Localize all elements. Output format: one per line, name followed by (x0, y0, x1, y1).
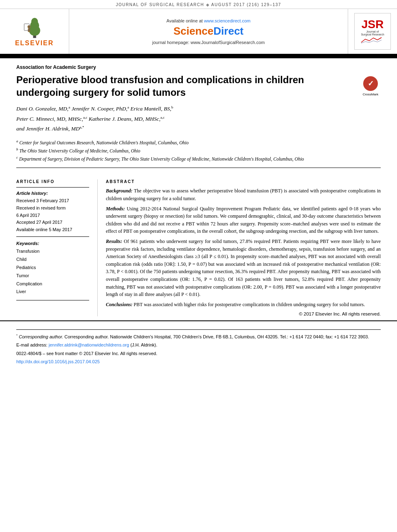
date-accepted: Accepted 27 April 2017 (16, 219, 89, 226)
background-paragraph: Background: The objective was to assess … (106, 187, 381, 202)
elsevier-wordmark: ELSEVIER (15, 40, 54, 47)
keyword-transfusion: Transfusion (16, 247, 89, 256)
background-text: The objective was to assess whether peri… (106, 188, 381, 201)
info-divider (16, 187, 89, 188)
bottom-divider (16, 300, 89, 300)
svg-point-4 (27, 25, 30, 28)
corresponding-address: Corresponding author. Nationwide Childre… (64, 334, 369, 339)
association-label: Association for Academic Surgery (16, 64, 381, 70)
corresponding-star: * (16, 333, 18, 337)
abstract-column: ABSTRACT Background: The objective was t… (98, 179, 381, 316)
journal-date: AUGUST 2017 (216) 129–137 (211, 2, 281, 7)
crossmark-icon: ✓ (362, 75, 379, 92)
journal-info-center: Available online at www.sciencedirect.co… (69, 9, 348, 54)
email-label: E-mail address: (16, 342, 47, 347)
results-label: Results: (106, 238, 122, 244)
jsr-abbreviation: JSR (362, 19, 384, 30)
license-line: 0022-4804/$ – see front matter © 2017 El… (16, 350, 381, 357)
keyword-tumor: Tumor (16, 272, 89, 280)
history-label: Article history: (16, 191, 89, 196)
elsevier-logo-section: ELSEVIER (0, 9, 69, 54)
article-title: Perioperative blood transfusion and comp… (16, 73, 360, 99)
keyword-pediatrics: Pediatrics (16, 264, 89, 272)
author-3: Erica Mantell, BS,b (130, 106, 173, 112)
author-4: Peter C. Minneci, MD, MHSc,a,c (16, 116, 87, 122)
date-revised-label: Received in revised form (16, 205, 89, 212)
affiliation-c: c Department of Surgery, Division of Ped… (16, 155, 381, 163)
svg-point-3 (31, 18, 38, 26)
footer-section: * Corresponding author. Corresponding au… (0, 320, 397, 372)
page-header: ELSEVIER Available online at www.science… (0, 9, 397, 55)
conclusions-text: PBT was associated with higher risks for… (134, 302, 365, 307)
methods-paragraph: Methods: Using 2012-2014 National Surgic… (106, 205, 381, 235)
sciencedirect-logo: ScienceDirect (173, 25, 243, 38)
article-info-column: ARTICLE INFO Article history: Received 3… (16, 179, 98, 316)
methods-text: Using 2012-2014 National Surgical Qualit… (106, 206, 381, 234)
title-row: Perioperative blood transfusion and comp… (16, 73, 381, 99)
keyword-child: Child (16, 256, 89, 264)
email-link[interactable]: jennifer.aldrink@nationwidechildrens.org (48, 342, 129, 347)
keyword-liver: Liver (16, 288, 89, 296)
jsr-full-name: Journal ofSurgical Research (361, 30, 384, 36)
diamond-icon: ◆ (206, 2, 211, 7)
conclusions-label: Conclusions: (106, 302, 132, 307)
jsr-logo-section: JSR Journal ofSurgical Research (348, 9, 397, 54)
abstract-text: Background: The objective was to assess … (106, 187, 381, 308)
elsevier-tree-icon (18, 16, 51, 39)
keywords-divider (16, 236, 89, 237)
email-line: E-mail address: jennifer.aldrink@nationw… (16, 342, 381, 349)
affiliation-a: a Center for Surgical Outcomes Research,… (16, 138, 381, 146)
journal-name: JOURNAL OF SURGICAL RESEARCH (116, 2, 204, 7)
copyright-line: © 2017 Elsevier Inc. All rights reserved… (106, 311, 381, 316)
doi-line: http://dx.doi.org/10.1016/j.jss.2017.04.… (16, 358, 381, 365)
jsr-chart-icon (360, 36, 385, 44)
date-online: Available online 5 May 2017 (16, 226, 89, 234)
methods-label: Methods: (106, 206, 125, 212)
abstract-heading: ABSTRACT (106, 179, 381, 184)
sciencedirect-url[interactable]: www.sciencedirect.com (204, 18, 250, 23)
results-text: Of 961 patients who underwent surgery fo… (106, 238, 381, 297)
author-6: and Jennifer H. Aldrink, MDa,* (16, 126, 84, 132)
authors-section: Dani O. Gonzalez, MD,a Jennifer N. Coope… (16, 104, 381, 134)
author-5: Katherine J. Deans, MD, MHSc,a,c (89, 116, 165, 122)
conclusions-paragraph: Conclusions: PBT was associated with hig… (106, 301, 381, 309)
jsr-logo: JSR Journal ofSurgical Research (354, 13, 391, 50)
email-person: (J.H. Aldrink). (130, 342, 157, 347)
journal-url[interactable]: www.JournalofSurgicalResearch.com (191, 40, 265, 45)
doi-link[interactable]: http://dx.doi.org/10.1016/j.jss.2017.04.… (16, 359, 100, 364)
article-title-section: Association for Academic Surgery Periope… (0, 58, 397, 175)
journal-bar: JOURNAL OF SURGICAL RESEARCH ◆ AUGUST 20… (0, 0, 397, 9)
available-online-text: Available online at www.sciencedirect.co… (167, 18, 250, 23)
keywords-label: Keywords: (16, 241, 89, 246)
corresponding-label: Corresponding author. (19, 334, 63, 339)
author-2: Jennifer N. Cooper, PhD,a (72, 106, 129, 112)
crossmark-section: ✓ CrossMark (360, 75, 381, 96)
journal-homepage: journal homepage: www.JournalofSurgicalR… (152, 40, 265, 45)
author-1: Dani O. Gonzalez, MD,a (16, 106, 70, 112)
background-label: Background: (106, 188, 132, 194)
history-dates: Received 3 February 2017 Received in rev… (16, 197, 89, 233)
date-received: Received 3 February 2017 (16, 197, 89, 205)
keyword-complication: Complication (16, 280, 89, 288)
article-info-heading: ARTICLE INFO (16, 179, 89, 184)
black-divider-bar (0, 55, 397, 58)
article-body: ARTICLE INFO Article history: Received 3… (0, 175, 397, 320)
crossmark-label: CrossMark (363, 93, 379, 96)
section-divider (16, 168, 381, 168)
results-paragraph: Results: Of 961 patients who underwent s… (106, 238, 381, 298)
keywords-list: Transfusion Child Pediatrics Tumor Compl… (16, 247, 89, 296)
svg-rect-5 (28, 28, 30, 32)
corresponding-author: * Corresponding author. Corresponding au… (16, 333, 381, 340)
elsevier-logo: ELSEVIER (10, 15, 59, 48)
date-revised: 6 April 2017 (16, 212, 89, 219)
affiliations-section: a Center for Surgical Outcomes Research,… (16, 138, 381, 163)
affiliation-b: b The Ohio State University College of M… (16, 146, 381, 155)
svg-text:✓: ✓ (368, 79, 374, 88)
footer-top-divider (16, 329, 381, 330)
